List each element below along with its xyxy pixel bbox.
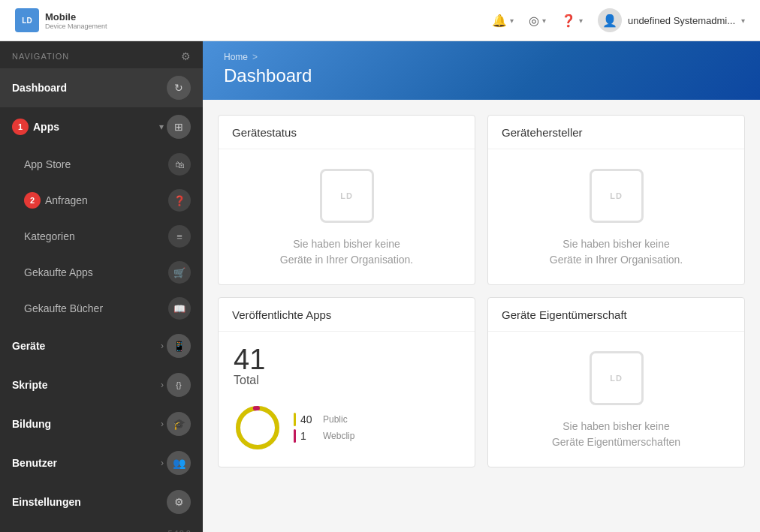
svg-point-1	[238, 408, 277, 447]
benutzer-icon: 👥	[167, 451, 191, 475]
card-geraetehersteller-body: LD Sie haben bisher keineGeräte in Ihrer…	[488, 149, 744, 284]
card-eigentuemer-title: Geräte Eigentümerschaft	[502, 308, 627, 321]
status-button[interactable]: ◎ ▾	[529, 14, 546, 28]
avatar: 👤	[598, 8, 622, 32]
apps-total-label: Total	[234, 374, 460, 387]
sidebar-item-gekaufte-buecher[interactable]: Gekaufte Bücher 📖	[0, 290, 203, 326]
dashboard-icon: ↻	[167, 76, 191, 100]
placeholder-logo-eigentuemer: LD	[587, 348, 647, 408]
logo-title: Mobile	[45, 11, 107, 23]
einstellungen-icon: ⚙	[167, 490, 191, 514]
content-area: Home > Dashboard Gerätestatus LD	[203, 41, 760, 532]
sidebar-item-dashboard[interactable]: Dashboard ↻	[0, 68, 203, 107]
card-geraete-eigentuemer: Geräte Eigentümerschaft LD Sie haben bis…	[487, 297, 745, 467]
breadcrumb-home[interactable]: Home	[224, 52, 248, 62]
breadcrumb: Home >	[224, 52, 739, 62]
apps-chart-row: 40 Public 1 Webclip	[234, 404, 460, 452]
benutzer-chevron: ›	[161, 458, 164, 468]
sidebar-header: NAVIGATION ⚙	[0, 41, 203, 68]
apps-chevron: ▾	[159, 122, 164, 132]
apps-icon: ⊞	[167, 115, 191, 139]
card-geraetestatus-body: LD Sie haben bisher keineGeräte in Ihrer…	[219, 149, 475, 284]
page-title: Dashboard	[224, 65, 739, 86]
donut-svg	[234, 404, 282, 452]
sidebar-item-kategorien[interactable]: Kategorien ≡	[0, 218, 203, 254]
user-name: undefined Systemadmi...	[628, 15, 735, 26]
sidebar: NAVIGATION ⚙ Dashboard ↻ 1 Apps ▾ ⊞ App …	[0, 41, 203, 532]
logo-subtitle: Device Management	[45, 23, 107, 30]
card-eigentuemer-body: LD Sie haben bisher keineGeräte Eigentüm…	[488, 332, 744, 467]
circle-icon: ◎	[529, 14, 539, 28]
card-eigentuemer-header: Geräte Eigentümerschaft	[488, 298, 744, 332]
donut-chart	[234, 404, 282, 452]
notifications-button[interactable]: 🔔 ▾	[492, 14, 514, 28]
help-button[interactable]: ❓ ▾	[561, 14, 583, 28]
placeholder-logo-geraetehersteller: LD	[587, 166, 647, 226]
gekaufte-buecher-icon: 📖	[168, 297, 191, 320]
bildung-icon: 🎓	[167, 412, 191, 436]
card-apps-title: Veröffentlichte Apps	[232, 308, 331, 321]
header-actions: 🔔 ▾ ◎ ▾ ❓ ▾ 👤 undefined Systemadmi... ▾	[492, 8, 745, 32]
skripte-icon: {}	[167, 373, 191, 397]
user-menu[interactable]: 👤 undefined Systemadmi... ▾	[598, 8, 745, 32]
anfragen-icon: ❓	[168, 189, 191, 212]
sidebar-item-anfragen[interactable]: 2 Anfragen ❓	[0, 182, 203, 218]
card-geraetehersteller: Gerätehersteller LD Sie haben bisher kei…	[487, 115, 745, 285]
breadcrumb-separator: >	[252, 52, 258, 62]
public-label: Public	[323, 414, 348, 425]
placeholder-logo-geraetestatus: LD	[317, 166, 377, 226]
sidebar-item-benutzer[interactable]: Benutzer › 👥	[0, 443, 203, 482]
nav-settings-icon[interactable]: ⚙	[181, 50, 191, 62]
sidebar-item-gekaufte-apps[interactable]: Gekaufte Apps 🛒	[0, 254, 203, 290]
bildung-chevron: ›	[161, 419, 164, 429]
legend-public: 40 Public	[294, 413, 354, 426]
webclip-count: 1	[300, 430, 318, 442]
sidebar-item-bildung[interactable]: Bildung › 🎓	[0, 404, 203, 443]
card-geraetehersteller-header: Gerätehersteller	[488, 116, 744, 149]
help-icon: ❓	[561, 14, 576, 28]
card-geraetehersteller-title: Gerätehersteller	[502, 126, 583, 139]
sidebar-item-einstellungen[interactable]: Einstellungen ⚙	[0, 482, 203, 521]
kategorien-icon: ≡	[168, 225, 191, 248]
user-chevron: ▾	[741, 17, 745, 25]
bell-icon: 🔔	[492, 14, 507, 28]
geraete-chevron: ›	[161, 341, 164, 351]
sidebar-item-app-store[interactable]: App Store 🛍	[0, 146, 203, 182]
skripte-chevron: ›	[161, 380, 164, 390]
logo-icon: LD	[15, 8, 39, 32]
apps-total-count: 41	[234, 345, 460, 374]
app-store-icon: 🛍	[168, 153, 191, 176]
page-header: Home > Dashboard	[203, 41, 760, 100]
logo-text: Mobile Device Management	[45, 11, 107, 30]
anfragen-badge: 2	[24, 192, 41, 209]
nav-label: NAVIGATION	[12, 52, 69, 61]
card-apps-header: Veröffentlichte Apps	[219, 298, 475, 332]
apps-badge: 1	[12, 119, 29, 135]
webclip-label: Webclip	[323, 431, 354, 441]
legend-webclip: 1 Webclip	[294, 429, 354, 443]
card-geraetestatus-header: Gerätestatus	[219, 116, 475, 149]
geraete-icon: 📱	[167, 334, 191, 358]
geraetehersteller-placeholder-text: Sie haben bisher keineGeräte in Ihrer Or…	[550, 236, 683, 268]
main-layout: NAVIGATION ⚙ Dashboard ↻ 1 Apps ▾ ⊞ App …	[0, 41, 760, 532]
card-apps-body: 41 Total	[219, 332, 475, 467]
sidebar-item-skripte[interactable]: Skripte › {}	[0, 365, 203, 404]
card-geraetestatus-title: Gerätestatus	[232, 126, 297, 139]
legend-bar-public	[294, 413, 296, 426]
logo-area: LD Mobile Device Management	[15, 8, 165, 32]
sidebar-item-geraete[interactable]: Geräte › 📱	[0, 326, 203, 365]
card-geraetestatus: Gerätestatus LD Sie haben bisher keineGe…	[218, 115, 475, 285]
legend-bar-webclip	[294, 429, 296, 443]
card-veroeffentlichte-apps: Veröffentlichte Apps 41 Total	[218, 297, 475, 467]
public-count: 40	[300, 413, 318, 425]
sidebar-item-apps[interactable]: 1 Apps ▾ ⊞	[0, 107, 203, 146]
geraetestatus-placeholder-text: Sie haben bisher keineGeräte in Ihrer Or…	[280, 236, 413, 268]
version-label: 5.18.2	[0, 521, 203, 532]
gekaufte-apps-icon: 🛒	[168, 261, 191, 284]
eigentuemer-placeholder-text: Sie haben bisher keineGeräte Eigentümers…	[552, 419, 680, 450]
top-header: LD Mobile Device Management 🔔 ▾ ◎ ▾ ❓ ▾ …	[0, 0, 760, 41]
apps-legend: 40 Public 1 Webclip	[294, 413, 354, 443]
dashboard-grid: Gerätestatus LD Sie haben bisher keineGe…	[203, 100, 760, 532]
